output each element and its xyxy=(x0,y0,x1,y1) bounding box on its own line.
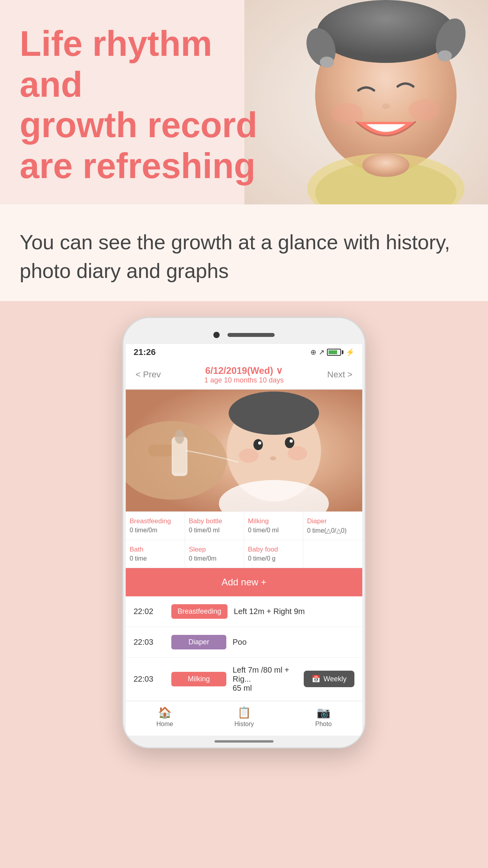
activity-time-1: 22:03 xyxy=(134,638,165,647)
stat-diaper[interactable]: Diaper 0 time(△0/△0) xyxy=(303,512,363,540)
phone-mockup: 21:26 ⊕ ↗ ⚡ < Prev 6/12/201 xyxy=(122,317,366,748)
stat-bath[interactable]: Bath 0 time xyxy=(126,540,185,568)
hero-section: Life rhythm and growth record are refres… xyxy=(0,0,488,204)
svg-point-13 xyxy=(362,153,409,177)
calendar-icon: 📅 xyxy=(312,675,320,683)
status-time: 21:26 xyxy=(134,347,156,357)
svg-point-23 xyxy=(258,441,261,445)
activity-badge-0: Breastfeeding xyxy=(171,604,227,619)
stat-sleep[interactable]: Sleep 0 time/0m xyxy=(185,540,244,568)
svg-point-28 xyxy=(229,392,319,435)
home-indicator xyxy=(215,740,273,743)
baby-photo-area xyxy=(126,390,362,511)
bottom-nav-home[interactable]: 🏠 Home xyxy=(156,706,173,728)
activity-desc-0: Left 12m + Right 9m xyxy=(234,607,305,616)
activity-badge-1: Diaper xyxy=(171,635,226,649)
activity-list: 22:02 Breastfeeding Left 12m + Right 9m … xyxy=(126,596,362,701)
svg-point-19 xyxy=(175,430,184,444)
phone-speaker xyxy=(227,333,275,337)
signal-icon: ↗ xyxy=(319,348,325,357)
phone-container: 21:26 ⊕ ↗ ⚡ < Prev 6/12/201 xyxy=(0,301,488,780)
phone-camera-dot xyxy=(213,332,220,338)
weekly-label: Weekly xyxy=(323,675,347,683)
stat-diaper-value: 0 time(△0/△0) xyxy=(307,527,359,534)
activity-time-0: 22:02 xyxy=(134,607,165,616)
weekly-button[interactable]: 📅 Weekly xyxy=(304,671,354,687)
stat-milking[interactable]: Milking 0 time/0 ml xyxy=(244,512,303,540)
prev-button[interactable]: < Prev xyxy=(136,370,161,380)
svg-point-9 xyxy=(332,103,363,125)
stat-breastfeeding[interactable]: Breastfeeding 0 time/0m xyxy=(126,512,185,540)
home-icon: 🏠 xyxy=(158,706,172,719)
bottom-nav-photo[interactable]: 📷 Photo xyxy=(315,706,332,728)
stat-baby-food-value: 0 time/0 g xyxy=(248,555,299,562)
subtitle-text: You can see the growth at a glance with … xyxy=(20,228,468,285)
hero-text-block: Life rhythm and growth record are refres… xyxy=(20,24,257,186)
activity-badge-2: Milking xyxy=(171,672,226,686)
activity-time-2: 22:03 xyxy=(134,675,165,684)
phone-screen: 21:26 ⊕ ↗ ⚡ < Prev 6/12/201 xyxy=(126,344,362,736)
stat-sleep-value: 0 time/0m xyxy=(189,555,240,562)
next-button[interactable]: Next > xyxy=(327,370,352,380)
bottom-nav-history[interactable]: 📋 History xyxy=(235,706,254,728)
status-icons: ⊕ ↗ ⚡ xyxy=(310,348,354,357)
svg-point-6 xyxy=(320,57,334,68)
stats-row-1: Breastfeeding 0 time/0m Baby bottle 0 ti… xyxy=(126,511,362,540)
svg-point-26 xyxy=(239,449,259,463)
stat-breastfeeding-value: 0 time/0m xyxy=(130,527,181,534)
svg-point-7 xyxy=(438,50,452,61)
stat-baby-bottle-label: Baby bottle xyxy=(189,517,240,525)
phone-bottom-bar xyxy=(123,736,365,747)
date-center[interactable]: 6/12/2019(Wed) ∨ 1 age 10 months 10 days xyxy=(204,365,284,384)
stat-bath-value: 0 time xyxy=(130,555,181,562)
activity-desc-1: Poo xyxy=(233,638,247,647)
activity-desc-2: Left 7m /80 ml + Rig...65 ml xyxy=(233,666,297,693)
bottom-nav-photo-label: Photo xyxy=(315,721,332,728)
svg-point-27 xyxy=(288,446,307,460)
add-new-button[interactable]: Add new + xyxy=(126,568,362,596)
stat-diaper-label: Diaper xyxy=(307,517,359,525)
nav-date: 6/12/2019(Wed) ∨ xyxy=(204,365,284,376)
photo-icon: 📷 xyxy=(317,706,330,719)
hero-baby-illustration xyxy=(244,0,488,204)
stat-baby-food-label: Baby food xyxy=(248,546,299,554)
svg-point-21 xyxy=(253,439,263,450)
charging-icon: ⚡ xyxy=(346,348,354,357)
location-icon: ⊕ xyxy=(310,348,316,357)
stat-empty xyxy=(303,540,363,568)
svg-point-25 xyxy=(270,456,276,460)
activity-item-2[interactable]: 22:03 Milking Left 7m /80 ml + Rig...65 … xyxy=(126,658,362,701)
svg-point-3 xyxy=(317,0,455,63)
bottom-nav-home-label: Home xyxy=(156,721,173,728)
stat-baby-bottle-value: 0 time/0 ml xyxy=(189,527,240,534)
subtitle-section: You can see the growth at a glance with … xyxy=(0,204,488,301)
status-bar: 21:26 ⊕ ↗ ⚡ xyxy=(126,344,362,360)
stat-baby-food[interactable]: Baby food 0 time/0 g xyxy=(244,540,303,568)
stat-milking-label: Milking xyxy=(248,517,299,525)
stats-row-2: Bath 0 time Sleep 0 time/0m Baby food 0 … xyxy=(126,540,362,568)
activity-item-1[interactable]: 22:03 Diaper Poo xyxy=(126,627,362,658)
stat-bath-label: Bath xyxy=(130,546,181,554)
nav-bar: < Prev 6/12/2019(Wed) ∨ 1 age 10 months … xyxy=(126,360,362,390)
hero-title: Life rhythm and growth record are refres… xyxy=(20,24,257,186)
stat-baby-bottle[interactable]: Baby bottle 0 time/0 ml xyxy=(185,512,244,540)
history-icon: 📋 xyxy=(237,706,251,719)
bottom-nav: 🏠 Home 📋 History 📷 Photo xyxy=(126,701,362,736)
svg-point-10 xyxy=(409,99,440,121)
svg-point-8 xyxy=(382,103,390,109)
svg-point-24 xyxy=(290,440,293,443)
activity-item-0[interactable]: 22:02 Breastfeeding Left 12m + Right 9m xyxy=(126,596,362,627)
nav-age: 1 age 10 months 10 days xyxy=(204,376,284,384)
bottom-nav-history-label: History xyxy=(235,721,254,728)
svg-point-22 xyxy=(285,437,294,448)
stat-breastfeeding-label: Breastfeeding xyxy=(130,517,181,525)
phone-top-bar xyxy=(123,326,365,344)
stat-milking-value: 0 time/0 ml xyxy=(248,527,299,534)
battery-icon xyxy=(327,349,343,356)
stat-sleep-label: Sleep xyxy=(189,546,240,554)
